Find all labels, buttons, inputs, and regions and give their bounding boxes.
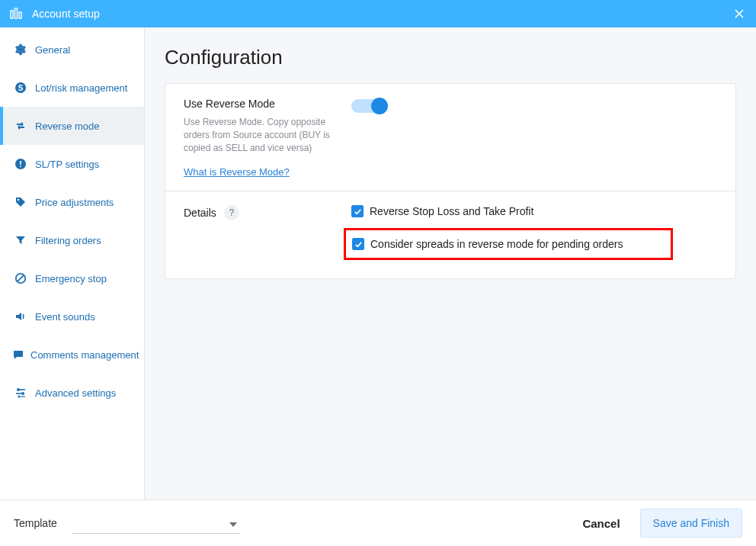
save-and-finish-button[interactable]: Save and Finish	[640, 509, 742, 538]
footer: Template Cancel Save and Finish	[0, 500, 756, 546]
reverse-mode-title: Use Reverse Mode	[184, 98, 339, 110]
sidebar-item-sltp[interactable]: SL/TP settings	[0, 145, 144, 183]
sidebar-item-lot-risk[interactable]: S Lot/risk management	[0, 69, 144, 107]
noentry-icon	[12, 270, 29, 287]
reverse-icon	[12, 117, 29, 134]
details-label: Details	[184, 207, 216, 219]
cancel-button[interactable]: Cancel	[582, 517, 620, 530]
sidebar-item-label: Lot/risk management	[35, 82, 135, 94]
template-select[interactable]	[72, 512, 240, 534]
help-icon[interactable]: ?	[224, 205, 239, 220]
checkbox-label: Reverse Stop Loss and Take Profit	[370, 205, 533, 217]
svg-point-15	[21, 392, 24, 395]
sidebar-item-label: SL/TP settings	[35, 159, 135, 170]
svg-point-10	[18, 199, 19, 201]
sidebar-item-general[interactable]: General	[0, 31, 144, 69]
sidebar-item-label: Comments management	[30, 349, 139, 361]
gear-icon	[12, 41, 29, 58]
sidebar-item-price-adjustments[interactable]: Price adjustments	[0, 183, 144, 221]
sidebar-item-filtering[interactable]: Filtering orders	[0, 221, 144, 259]
checkbox-checked-icon	[351, 205, 364, 217]
details-label-wrap: Details ?	[184, 205, 351, 220]
volume-icon	[12, 308, 29, 325]
sliders-icon	[12, 384, 29, 401]
reverse-mode-toggle-wrap	[351, 98, 717, 113]
reverse-mode-text: Use Reverse Mode Use Reverse Mode. Copy …	[184, 98, 351, 178]
tag-icon	[12, 194, 29, 210]
svg-point-13	[17, 388, 20, 391]
sidebar-item-label: Advanced settings	[35, 387, 135, 399]
svg-rect-2	[19, 12, 21, 18]
sidebar-item-label: Emergency stop	[35, 273, 135, 284]
reverse-mode-section: Use Reverse Mode Use Reverse Mode. Copy …	[165, 84, 735, 191]
reverse-mode-description: Use Reverse Mode. Copy opposite orders f…	[184, 116, 339, 154]
reverse-mode-toggle[interactable]	[351, 99, 386, 113]
svg-text:S: S	[18, 84, 24, 92]
sidebar-item-advanced[interactable]: Advanced settings	[0, 374, 144, 412]
sidebar-item-emergency-stop[interactable]: Emergency stop	[0, 259, 144, 297]
reverse-mode-help-link[interactable]: What is Reverse Mode?	[184, 166, 290, 178]
app-icon	[8, 5, 24, 22]
chevron-down-icon	[229, 516, 237, 530]
sidebar-item-label: Reverse mode	[35, 120, 135, 132]
sidebar-item-comments[interactable]: Comments management	[0, 336, 144, 374]
svg-point-17	[18, 395, 20, 397]
sidebar-item-label: Filtering orders	[35, 235, 135, 246]
svg-line-12	[18, 275, 24, 282]
details-section: Details ? Reverse Stop Loss and Take Pro…	[165, 191, 735, 278]
svg-rect-16	[16, 393, 21, 394]
sidebar-item-label: Price adjustments	[35, 197, 135, 208]
sidebar: General S Lot/risk management Reverse mo…	[0, 27, 145, 499]
comment-icon	[12, 346, 24, 363]
sidebar-item-label: Event sounds	[35, 311, 135, 323]
config-card: Use Reverse Mode Use Reverse Mode. Copy …	[165, 83, 736, 279]
content: Configuration Use Reverse Mode Use Rever…	[145, 27, 756, 499]
svg-marker-19	[229, 522, 237, 527]
checkbox-label: Consider spreads in reverse mode for pen…	[370, 238, 623, 250]
checkbox-row-reverse-sltp[interactable]: Reverse Stop Loss and Take Profit	[351, 205, 717, 217]
checkbox-row-consider-spreads[interactable]: Consider spreads in reverse mode for pen…	[344, 228, 673, 260]
svg-rect-9	[20, 166, 21, 168]
template-label: Template	[14, 517, 57, 529]
svg-rect-8	[20, 161, 21, 165]
close-icon[interactable]	[730, 5, 748, 23]
svg-rect-0	[11, 11, 13, 18]
svg-rect-14	[20, 389, 25, 390]
window-title: Account setup	[32, 8, 100, 20]
dollar-icon: S	[12, 79, 29, 96]
checkbox-checked-icon	[352, 238, 364, 250]
alert-icon	[12, 156, 29, 172]
svg-rect-1	[15, 8, 18, 18]
sidebar-item-label: General	[35, 44, 135, 56]
main-area: General S Lot/risk management Reverse mo…	[0, 27, 756, 500]
sidebar-item-event-sounds[interactable]: Event sounds	[0, 297, 144, 336]
svg-rect-18	[21, 396, 25, 397]
titlebar: Account setup	[0, 0, 756, 27]
funnel-icon	[12, 232, 29, 249]
page-title: Configuration	[165, 46, 736, 69]
details-body: Reverse Stop Loss and Take Profit Consid…	[351, 205, 717, 260]
sidebar-item-reverse-mode[interactable]: Reverse mode	[0, 107, 144, 145]
